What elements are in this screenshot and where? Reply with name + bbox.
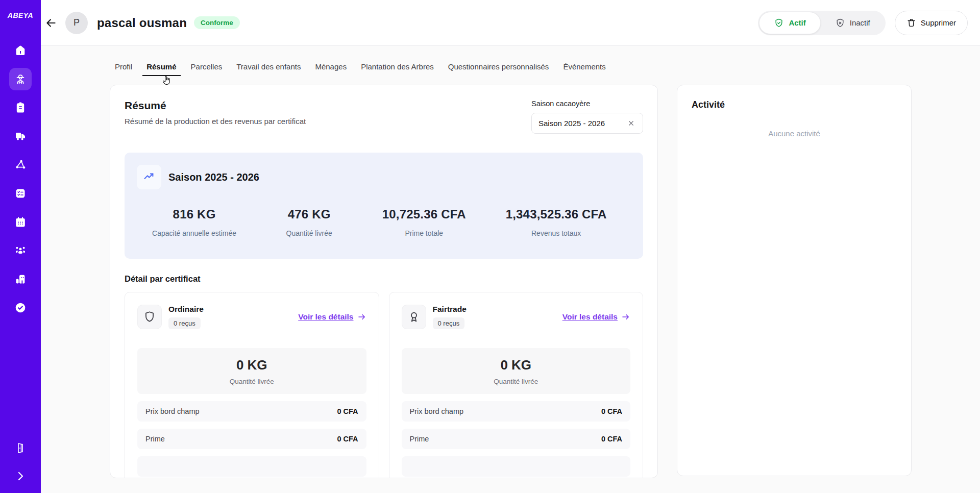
- summary-subtitle: Résumé de la production et des revenus p…: [125, 117, 306, 126]
- sidebar-item-network[interactable]: [9, 154, 32, 176]
- trash-icon: [906, 18, 916, 28]
- quantity-block: 0 KG Quantité livrée: [137, 348, 366, 394]
- check-badge-icon: [14, 302, 27, 314]
- activity-empty-state: Aucune activité: [692, 129, 897, 138]
- certificate-name: Fairtrade: [433, 305, 467, 314]
- sidebar-item-groups[interactable]: [9, 239, 32, 262]
- sidebar-item-deliveries[interactable]: [9, 125, 32, 147]
- tab-profil[interactable]: Profil: [115, 62, 132, 77]
- clipboard-icon: [14, 102, 27, 114]
- season-stats-panel: Saison 2025 - 2026 816 KG Capacité annue…: [125, 153, 643, 259]
- certificate-card-fairtrade: Fairtrade 0 reçus Voir les détails: [389, 292, 644, 478]
- profile-tabs: Profil Résumé Parcelles Travail des enfa…: [115, 62, 912, 77]
- sidebar-item-home[interactable]: [9, 39, 32, 62]
- arrow-left-icon: [44, 16, 58, 30]
- cert-row-prix-bord-champ: Prix bord champ 0 CFA: [402, 401, 631, 422]
- arrow-right-icon: [357, 312, 366, 322]
- org-chart-icon: [14, 273, 27, 285]
- network-icon: [14, 159, 27, 171]
- stat-revenue: 1,343,525.36 CFA Revenus totaux: [481, 207, 631, 237]
- active-button[interactable]: Actif: [759, 12, 820, 34]
- quantity-block: 0 KG Quantité livrée: [402, 348, 631, 394]
- certificate-name: Ordinaire: [168, 305, 204, 314]
- award-icon: [402, 305, 426, 329]
- checklist-icon: [14, 187, 27, 200]
- tab-plantation-des-arbres[interactable]: Plantation des Arbres: [361, 62, 434, 77]
- activity-title: Activité: [692, 100, 897, 110]
- cert-row-prix-bord-champ: Prix bord champ 0 CFA: [137, 401, 366, 422]
- clear-season-button[interactable]: [626, 118, 636, 128]
- sidebar-item-farmers[interactable]: [9, 68, 32, 90]
- avatar: P: [65, 12, 88, 34]
- back-button[interactable]: [44, 16, 58, 30]
- tab-questionnaires[interactable]: Questionnaires personnalisés: [448, 62, 549, 77]
- cert-row-clipped: [402, 456, 631, 477]
- view-details-link[interactable]: Voir les détails: [298, 312, 366, 322]
- certificate-count-badge: 0 reçus: [168, 317, 201, 329]
- cert-row-prime: Prime 0 CFA: [137, 429, 366, 449]
- certificate-card-ordinaire: Ordinaire 0 reçus Voir les détails: [125, 292, 379, 478]
- cert-row-prime: Prime 0 CFA: [402, 429, 631, 449]
- status-badge: Conforme: [194, 16, 240, 29]
- shield-check-icon: [774, 18, 784, 28]
- sidebar-item-records[interactable]: [9, 96, 32, 119]
- season-filter-label: Saison cacaoyère: [531, 100, 643, 108]
- season-filter: Saison cacaoyère Saison 2025 - 2026: [531, 100, 643, 134]
- detail-heading: Détail par certificat: [125, 274, 643, 284]
- farmer-icon: [14, 73, 27, 85]
- trending-up-icon: [137, 165, 161, 189]
- tab-travail-des-enfants[interactable]: Travail des enfants: [236, 62, 301, 77]
- tab-evenements[interactable]: Événements: [563, 62, 605, 77]
- content-area: Profil Résumé Parcelles Travail des enfa…: [41, 46, 980, 493]
- team-icon: [14, 244, 27, 257]
- stat-capacity: 816 KG Capacité annuelle estimée: [137, 207, 252, 237]
- sidebar-item-surveys[interactable]: [9, 182, 32, 205]
- shield-x-icon: [835, 18, 845, 28]
- tab-menages[interactable]: Ménages: [315, 62, 347, 77]
- sidebar-nav: [9, 39, 32, 319]
- shield-icon: [137, 305, 162, 329]
- tab-resume[interactable]: Résumé: [146, 62, 176, 77]
- expand-chevron-icon: [14, 470, 27, 482]
- stat-premium: 10,725.36 CFA Prime totale: [366, 207, 481, 237]
- summary-card: Résumé Résumé de la production et des re…: [110, 85, 658, 478]
- home-icon: [14, 44, 27, 57]
- sidebar-item-calendar[interactable]: [9, 211, 32, 233]
- season-select-value: Saison 2025 - 2026: [538, 119, 605, 128]
- sidebar-footer: [9, 437, 32, 487]
- sidebar-item-logout[interactable]: [9, 437, 32, 459]
- activity-card: Activité Aucune activité: [677, 85, 912, 476]
- summary-title: Résumé: [125, 100, 306, 112]
- cert-row-clipped: [137, 456, 366, 477]
- tab-parcelles[interactable]: Parcelles: [191, 62, 223, 77]
- sidebar-item-expand[interactable]: [9, 465, 32, 487]
- sidebar-item-organisation[interactable]: [9, 268, 32, 290]
- truck-icon: [14, 130, 27, 142]
- profile-header: P pascal ousman Conforme Actif Inactif: [41, 0, 980, 46]
- close-icon: [627, 119, 635, 127]
- season-panel-title: Saison 2025 - 2026: [168, 171, 259, 183]
- season-stats-row: 816 KG Capacité annuelle estimée 476 KG …: [137, 207, 631, 237]
- certificate-count-badge: 0 reçus: [433, 317, 465, 329]
- brand-logo: ABEYA: [8, 11, 33, 19]
- page-title: pascal ousman: [97, 16, 187, 30]
- sidebar: ABEYA: [0, 0, 41, 493]
- door-exit-icon: [14, 442, 27, 454]
- inactive-button[interactable]: Inactif: [821, 12, 885, 34]
- arrow-right-icon: [621, 312, 630, 322]
- season-select[interactable]: Saison 2025 - 2026: [531, 113, 643, 134]
- status-toggle: Actif Inactif: [758, 11, 885, 35]
- calendar-icon: [14, 216, 27, 228]
- view-details-link[interactable]: Voir les détails: [562, 312, 630, 322]
- sidebar-item-compliance[interactable]: [9, 297, 32, 319]
- stat-delivered: 476 KG Quantité livrée: [252, 207, 366, 237]
- delete-button[interactable]: Supprimer: [895, 11, 968, 35]
